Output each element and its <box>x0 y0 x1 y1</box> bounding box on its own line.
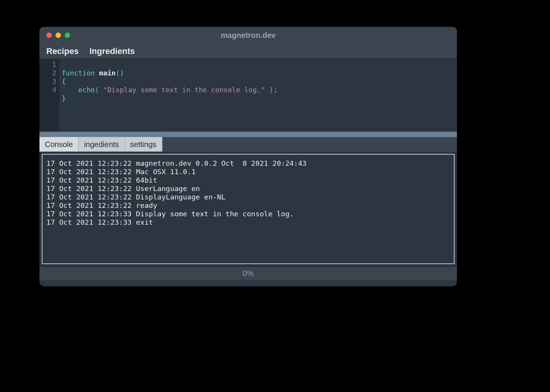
tab-settings[interactable]: settings <box>125 137 162 152</box>
console-line: 17 Oct 2021 12:23:22 UserLanguage en <box>46 185 200 193</box>
code-string: "Display some text in the console log." <box>103 86 265 94</box>
code-editor[interactable]: 1 2 3 4 function main() { echo( "Display… <box>39 59 457 132</box>
code-brace: { <box>62 77 66 85</box>
code-fn-name: main <box>99 69 116 77</box>
console-line: 17 Oct 2021 12:23:33 Display some text i… <box>46 210 294 218</box>
titlebar[interactable]: magnetron.dev <box>39 27 457 44</box>
pane-divider[interactable] <box>39 132 457 137</box>
code-call: echo <box>78 86 95 94</box>
tab-ingedients[interactable]: ingedients <box>79 137 124 152</box>
code-indent <box>62 86 78 94</box>
maximize-icon[interactable] <box>65 33 70 38</box>
menu-ingredients[interactable]: Ingredients <box>89 46 135 56</box>
traffic-lights <box>39 33 70 38</box>
status-bar: 0% <box>39 266 457 280</box>
code-open: ( <box>95 86 103 94</box>
console-line: 17 Oct 2021 12:23:22 ready <box>46 201 157 209</box>
window-title: magnetron.dev <box>39 31 457 40</box>
code-area[interactable]: function main() { echo( "Display some te… <box>59 59 278 132</box>
app-window: magnetron.dev Recipes Ingredients 1 2 3 … <box>39 27 457 286</box>
minimize-icon[interactable] <box>56 33 61 38</box>
console-line: 17 Oct 2021 12:23:33 exit <box>46 218 153 226</box>
tab-console[interactable]: Console <box>39 137 79 152</box>
console-line: 17 Oct 2021 12:23:22 magnetron.dev 0.0.2… <box>46 159 306 167</box>
line-number: 2 <box>39 69 56 77</box>
console-line: 17 Oct 2021 12:23:22 Mac OSX 11.0.1 <box>46 168 196 176</box>
code-brace: } <box>62 94 66 102</box>
console-output[interactable]: 17 Oct 2021 12:23:22 magnetron.dev 0.0.2… <box>43 155 454 231</box>
line-gutter: 1 2 3 4 <box>39 59 59 132</box>
console-panel: 17 Oct 2021 12:23:22 magnetron.dev 0.0.2… <box>42 154 455 264</box>
bottom-tabs: Console ingedients settings <box>39 137 457 152</box>
code-parens: () <box>116 69 124 77</box>
line-number: 1 <box>39 60 56 69</box>
code-close: ); <box>265 86 278 94</box>
status-text: 0% <box>243 269 254 278</box>
console-line: 17 Oct 2021 12:23:22 64bit <box>46 176 157 184</box>
menu-recipes[interactable]: Recipes <box>46 46 79 56</box>
menubar: Recipes Ingredients <box>39 44 457 59</box>
line-number: 4 <box>39 86 56 94</box>
line-number: 3 <box>39 77 56 86</box>
code-keyword: function <box>62 69 95 77</box>
close-icon[interactable] <box>46 33 52 38</box>
console-line: 17 Oct 2021 12:23:22 DisplayLanguage en-… <box>46 193 226 201</box>
